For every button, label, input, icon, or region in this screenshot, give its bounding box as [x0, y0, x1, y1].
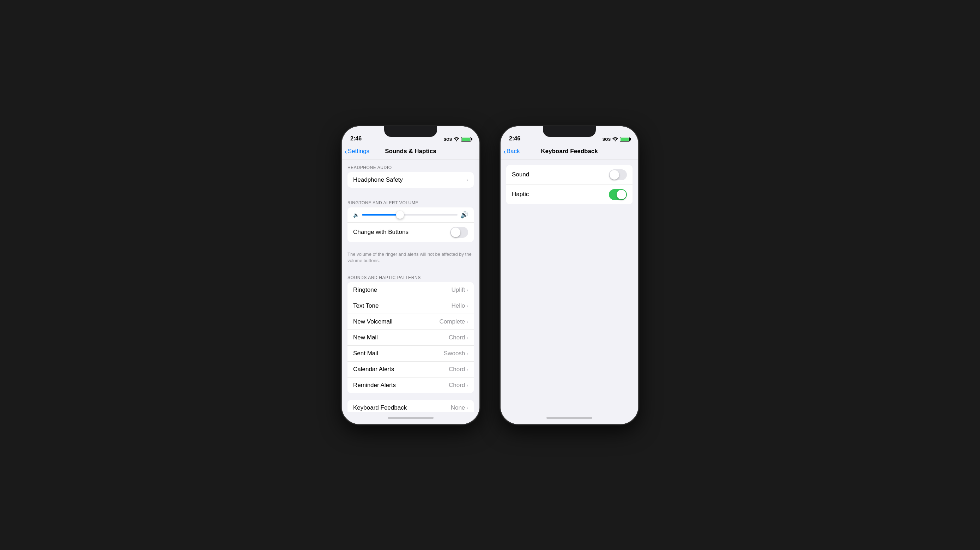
headphone-safety-label: Headphone Safety	[353, 176, 403, 183]
headphone-safety-right: ›	[466, 177, 468, 183]
notch	[384, 126, 437, 137]
change-with-buttons-toggle[interactable]	[450, 227, 468, 238]
volume-group: 🔈 🔊 Change with Buttons	[347, 207, 474, 242]
back-label: Back	[507, 148, 520, 155]
volume-slider-fill	[362, 214, 400, 216]
volume-footer-text: The volume of the ringer and alerts will…	[342, 249, 479, 270]
ringtone-value: Uplift	[452, 286, 465, 294]
text-tone-right: Hello ›	[452, 302, 468, 309]
chevron-icon: ›	[466, 351, 468, 356]
keyboard-feedback-label: Keyboard Feedback	[353, 404, 407, 411]
haptic-toggle[interactable]	[609, 189, 627, 200]
ringtone-label: Ringtone	[353, 286, 377, 294]
other-group: Keyboard Feedback None › Lock Sound	[347, 400, 474, 412]
new-voicemail-value: Complete	[439, 318, 465, 325]
reminder-alerts-row[interactable]: Reminder Alerts Chord ›	[347, 377, 474, 393]
reminder-alerts-right: Chord ›	[449, 382, 468, 389]
sound-row[interactable]: Sound	[506, 165, 633, 185]
screen-content: HEADPHONE AUDIO Headphone Safety › RINGT…	[342, 159, 479, 412]
volume-slider-row[interactable]: 🔈 🔊	[347, 207, 474, 223]
status-time: 2:46	[350, 135, 361, 142]
ringtone-right: Uplift ›	[452, 286, 468, 294]
volume-low-icon: 🔈	[353, 212, 359, 218]
battery-icon	[461, 137, 471, 142]
calendar-alerts-label: Calendar Alerts	[353, 366, 394, 373]
back-label: Settings	[348, 148, 369, 155]
page-title: Sounds & Haptics	[385, 148, 436, 155]
wifi-icon	[612, 137, 618, 141]
volume-slider-track[interactable]	[362, 214, 458, 216]
nav-bar: ‹ Back Keyboard Feedback	[501, 144, 638, 159]
new-voicemail-right: Complete ›	[439, 318, 468, 325]
svg-point-0	[456, 140, 457, 141]
home-bar	[388, 417, 434, 419]
home-indicator	[501, 412, 638, 424]
back-button[interactable]: ‹ Back	[503, 148, 520, 155]
section-sounds-label: SOUNDS AND HAPTIC PATTERNS	[342, 270, 479, 282]
chevron-icon: ›	[466, 405, 468, 411]
headphone-group: Headphone Safety ›	[347, 172, 474, 188]
chevron-icon: ›	[466, 287, 468, 293]
page-title: Keyboard Feedback	[541, 148, 598, 155]
haptic-row[interactable]: Haptic	[506, 185, 633, 204]
volume-slider-thumb[interactable]	[396, 211, 404, 219]
new-voicemail-row[interactable]: New Voicemail Complete ›	[347, 314, 474, 330]
new-mail-label: New Mail	[353, 334, 378, 341]
svg-point-1	[615, 140, 616, 141]
section-volume-label: RINGTONE AND ALERT VOLUME	[342, 195, 479, 207]
section-headphone-label: HEADPHONE AUDIO	[342, 159, 479, 172]
keyboard-feedback-group: Sound Haptic	[506, 165, 633, 204]
back-button[interactable]: ‹ Settings	[345, 148, 369, 155]
carrier-text: SOS	[603, 137, 611, 141]
calendar-alerts-row[interactable]: Calendar Alerts Chord ›	[347, 362, 474, 377]
status-icons: SOS	[603, 137, 630, 142]
toggle-knob	[609, 170, 619, 180]
sent-mail-row[interactable]: Sent Mail Swoosh ›	[347, 346, 474, 362]
change-with-buttons-row[interactable]: Change with Buttons	[347, 223, 474, 242]
headphone-safety-row[interactable]: Headphone Safety ›	[347, 172, 474, 188]
toggle-knob	[451, 227, 460, 237]
sound-label: Sound	[512, 171, 529, 178]
sounds-group: Ringtone Uplift › Text Tone Hello › New …	[347, 282, 474, 393]
haptic-label: Haptic	[512, 191, 529, 198]
chevron-icon: ›	[466, 367, 468, 372]
notch	[543, 126, 596, 137]
reminder-alerts-value: Chord	[449, 382, 465, 389]
chevron-icon: ›	[466, 177, 468, 183]
change-with-buttons-label: Change with Buttons	[353, 229, 409, 236]
chevron-icon: ›	[466, 303, 468, 309]
new-voicemail-label: New Voicemail	[353, 318, 393, 325]
sound-toggle[interactable]	[609, 169, 627, 180]
back-chevron-icon: ‹	[503, 148, 506, 155]
keyboard-feedback-right: None ›	[451, 404, 468, 411]
battery-icon	[620, 137, 630, 142]
status-icons: SOS	[444, 137, 471, 142]
toggle-knob	[617, 190, 626, 199]
chevron-icon: ›	[466, 382, 468, 388]
text-tone-row[interactable]: Text Tone Hello ›	[347, 298, 474, 314]
home-indicator	[342, 412, 479, 424]
new-mail-row[interactable]: New Mail Chord ›	[347, 330, 474, 346]
wifi-icon	[453, 137, 459, 141]
home-bar	[546, 417, 592, 419]
volume-high-icon: 🔊	[460, 211, 468, 219]
reminder-alerts-label: Reminder Alerts	[353, 382, 396, 389]
back-chevron-icon: ‹	[345, 148, 347, 155]
sent-mail-right: Swoosh ›	[444, 350, 468, 357]
sent-mail-label: Sent Mail	[353, 350, 378, 357]
keyboard-feedback-row[interactable]: Keyboard Feedback None ›	[347, 400, 474, 412]
phone-1: 2:46 SOS ‹ Settings Sounds & Haptics	[342, 126, 479, 424]
new-mail-value: Chord	[449, 334, 465, 341]
phone-2: 2:46 SOS ‹ Back Keyboard Feedback	[501, 126, 638, 424]
text-tone-value: Hello	[452, 302, 465, 309]
keyboard-feedback-value: None	[451, 404, 465, 411]
nav-bar: ‹ Settings Sounds & Haptics	[342, 144, 479, 159]
new-mail-right: Chord ›	[449, 334, 468, 341]
calendar-alerts-right: Chord ›	[449, 366, 468, 373]
ringtone-row[interactable]: Ringtone Uplift ›	[347, 282, 474, 298]
screen-content: Sound Haptic	[501, 159, 638, 412]
calendar-alerts-value: Chord	[449, 366, 465, 373]
carrier-text: SOS	[444, 137, 452, 141]
chevron-icon: ›	[466, 335, 468, 340]
sent-mail-value: Swoosh	[444, 350, 465, 357]
